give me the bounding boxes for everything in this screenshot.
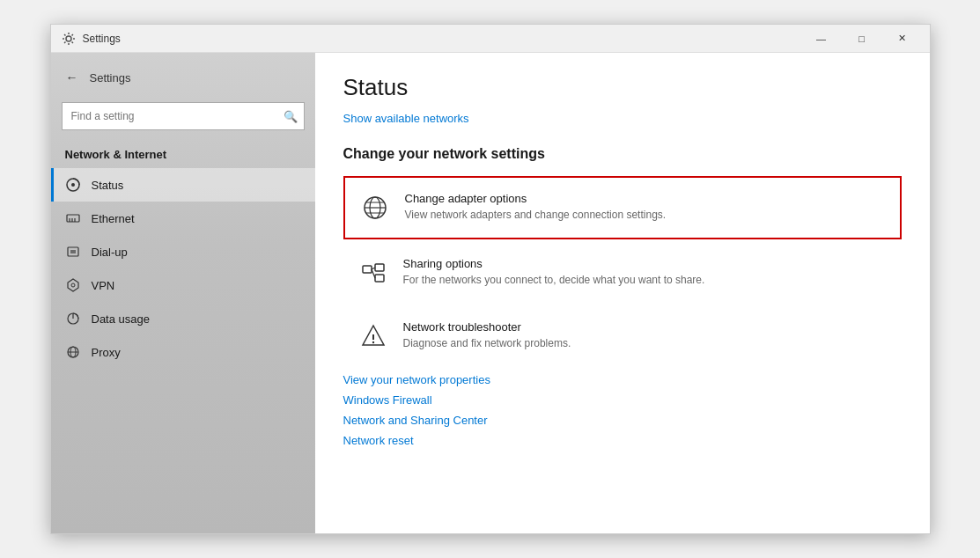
- datausage-icon: [65, 311, 81, 327]
- show-networks-link[interactable]: Show available networks: [343, 112, 902, 125]
- troubleshooter-item[interactable]: Network troubleshooter Diagnose and fix …: [343, 306, 902, 366]
- titlebar-title: Settings: [83, 33, 121, 45]
- back-arrow-icon: ←: [62, 67, 83, 88]
- status-icon: [65, 177, 81, 193]
- sidebar: ← Settings 🔍 Network & Internet Status: [51, 53, 315, 533]
- links-section: View your network properties Windows Fir…: [343, 373, 902, 447]
- sidebar-item-ethernet[interactable]: Ethernet: [51, 202, 315, 235]
- sharing-options-title: Sharing options: [403, 257, 888, 270]
- search-icon: 🔍: [284, 110, 298, 123]
- main-content: Status Show available networks Change yo…: [315, 53, 930, 533]
- change-adapter-icon: [359, 192, 391, 224]
- search-input[interactable]: [62, 102, 305, 130]
- network-sharing-center-link[interactable]: Network and Sharing Center: [343, 414, 902, 427]
- sidebar-item-proxy[interactable]: Proxy: [51, 335, 315, 369]
- svg-rect-7: [68, 247, 78, 256]
- vpn-label: VPN: [92, 279, 115, 292]
- proxy-icon: [65, 344, 81, 360]
- change-adapter-title: Change adapter options: [405, 192, 886, 205]
- ethernet-icon: [65, 210, 81, 226]
- search-box: 🔍: [62, 102, 305, 130]
- page-title: Status: [343, 74, 902, 101]
- status-label: Status: [92, 179, 124, 192]
- sharing-options-item[interactable]: Sharing options For the networks you con…: [343, 243, 902, 303]
- sidebar-section-title: Network & Internet: [51, 137, 315, 168]
- proxy-label: Proxy: [92, 346, 121, 359]
- view-properties-link[interactable]: View your network properties: [343, 373, 902, 386]
- ethernet-label: Ethernet: [92, 212, 135, 225]
- dialup-label: Dial-up: [92, 246, 128, 259]
- sidebar-item-dialup[interactable]: Dial-up: [51, 235, 315, 268]
- sharing-options-desc: For the networks you connect to, decide …: [403, 273, 888, 288]
- vpn-icon: [65, 277, 81, 293]
- sidebar-item-datausage[interactable]: Data usage: [51, 302, 315, 335]
- titlebar: Settings — □ ✕: [51, 25, 930, 53]
- sharing-options-text: Sharing options For the networks you con…: [403, 257, 888, 288]
- back-button[interactable]: ← Settings: [51, 60, 315, 95]
- sidebar-item-status[interactable]: Status: [51, 168, 315, 202]
- svg-point-0: [66, 36, 71, 41]
- troubleshooter-title: Network troubleshooter: [403, 320, 888, 334]
- change-section-title: Change your network settings: [343, 146, 902, 162]
- svg-point-2: [71, 183, 75, 187]
- sidebar-item-vpn[interactable]: VPN: [51, 268, 315, 302]
- maximize-button[interactable]: □: [842, 25, 882, 53]
- svg-point-10: [71, 283, 75, 287]
- titlebar-left: Settings: [62, 32, 121, 46]
- svg-rect-3: [67, 215, 79, 222]
- sidebar-app-title: Settings: [90, 71, 131, 84]
- troubleshooter-desc: Diagnose and fix network problems.: [403, 336, 888, 351]
- close-button[interactable]: ✕: [882, 25, 923, 53]
- svg-rect-23: [375, 275, 384, 282]
- sharing-options-icon: [357, 257, 389, 289]
- change-adapter-item[interactable]: Change adapter options View network adap…: [343, 176, 902, 239]
- settings-icon: [62, 32, 76, 46]
- svg-point-27: [372, 341, 373, 343]
- troubleshooter-icon: [357, 320, 389, 352]
- change-adapter-text: Change adapter options View network adap…: [405, 192, 886, 223]
- change-adapter-desc: View network adapters and change connect…: [405, 208, 886, 223]
- network-reset-link[interactable]: Network reset: [343, 434, 902, 447]
- minimize-button[interactable]: —: [801, 25, 842, 53]
- svg-rect-22: [375, 264, 384, 271]
- settings-window: Settings — □ ✕ ← Settings 🔍 Network & In…: [50, 24, 931, 534]
- svg-rect-21: [363, 266, 372, 273]
- titlebar-controls: — □ ✕: [801, 25, 923, 53]
- dialup-icon: [65, 244, 81, 260]
- datausage-label: Data usage: [92, 312, 151, 326]
- content-area: ← Settings 🔍 Network & Internet Status: [51, 53, 930, 533]
- windows-firewall-link[interactable]: Windows Firewall: [343, 393, 902, 407]
- troubleshooter-text: Network troubleshooter Diagnose and fix …: [403, 320, 888, 351]
